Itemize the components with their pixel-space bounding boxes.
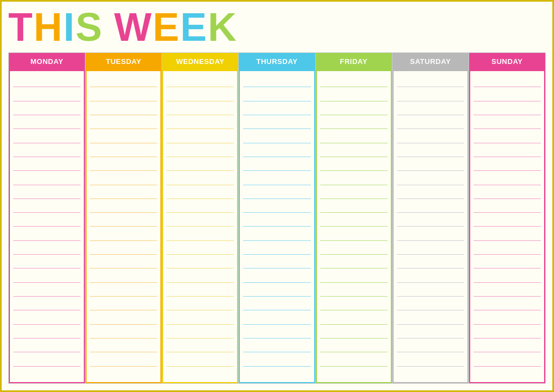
- line-item: [320, 199, 388, 213]
- line-item: [320, 367, 388, 380]
- line-item: [90, 101, 157, 115]
- line-item: [13, 325, 80, 339]
- line-item: [474, 199, 541, 213]
- title-letter-w: W: [114, 7, 153, 47]
- line-item: [243, 367, 310, 380]
- line-item: [397, 129, 464, 143]
- day-lines-thursday[interactable]: [239, 70, 315, 383]
- line-item: [13, 129, 80, 143]
- line-item: [13, 87, 80, 101]
- line-item: [13, 227, 80, 240]
- page: THIS WEEK MONDAYTUESDAYWEDNESDAYTHURSDAY…: [2, 2, 552, 390]
- day-column-friday: FRIDAY: [316, 53, 392, 383]
- line-item: [90, 157, 157, 171]
- day-header-tuesday: TUESDAY: [85, 53, 162, 70]
- day-lines-tuesday[interactable]: [85, 70, 162, 383]
- line-item: [13, 297, 80, 310]
- line-item: [243, 227, 310, 240]
- day-lines-wednesday[interactable]: [162, 70, 238, 383]
- line-item: [474, 339, 541, 352]
- line-item: [90, 339, 157, 352]
- line-item: [243, 241, 310, 255]
- line-item: [320, 310, 388, 324]
- line-item: [90, 143, 157, 157]
- line-item: [90, 87, 157, 101]
- line-item: [397, 310, 464, 324]
- day-lines-friday[interactable]: [316, 70, 392, 383]
- line-item: [397, 283, 464, 297]
- line-item: [474, 73, 541, 87]
- line-item: [166, 143, 234, 157]
- line-item: [90, 227, 157, 240]
- day-column-wednesday: WEDNESDAY: [162, 53, 239, 383]
- day-column-monday: MONDAY: [9, 53, 85, 383]
- line-item: [166, 199, 234, 213]
- line-item: [397, 297, 464, 310]
- line-item: [13, 352, 80, 366]
- line-item: [166, 269, 234, 282]
- line-item: [13, 310, 80, 324]
- line-item: [13, 199, 80, 213]
- line-item: [474, 241, 541, 255]
- line-item: [13, 101, 80, 115]
- line-item: [320, 143, 388, 157]
- day-lines-saturday[interactable]: [392, 70, 469, 383]
- line-item: [320, 157, 388, 171]
- day-lines-monday[interactable]: [9, 70, 85, 383]
- line-item: [13, 283, 80, 297]
- line-item: [243, 213, 310, 227]
- line-item: [397, 241, 464, 255]
- line-item: [166, 73, 234, 87]
- line-item: [474, 87, 541, 101]
- line-item: [243, 115, 310, 129]
- line-item: [243, 157, 310, 171]
- line-item: [166, 185, 234, 199]
- line-item: [474, 297, 541, 310]
- line-item: [90, 73, 157, 87]
- line-item: [90, 310, 157, 324]
- line-item: [166, 310, 234, 324]
- line-item: [320, 129, 388, 143]
- line-item: [243, 269, 310, 282]
- line-item: [166, 325, 234, 339]
- line-item: [13, 115, 80, 129]
- line-item: [166, 129, 234, 143]
- line-item: [90, 352, 157, 366]
- line-item: [13, 73, 80, 87]
- line-item: [90, 325, 157, 339]
- line-item: [474, 213, 541, 227]
- line-item: [474, 255, 541, 269]
- line-item: [320, 227, 388, 240]
- line-item: [243, 87, 310, 101]
- line-item: [90, 241, 157, 255]
- line-item: [243, 310, 310, 324]
- line-item: [474, 129, 541, 143]
- title-letter-e2: E: [180, 7, 208, 47]
- line-item: [243, 297, 310, 310]
- line-item: [320, 269, 388, 282]
- day-column-saturday: SATURDAY: [392, 53, 469, 383]
- day-header-thursday: THURSDAY: [239, 53, 315, 70]
- line-item: [166, 241, 234, 255]
- line-item: [243, 185, 310, 199]
- line-item: [397, 325, 464, 339]
- line-item: [166, 101, 234, 115]
- line-item: [397, 199, 464, 213]
- line-item: [474, 115, 541, 129]
- title-letter-s: S: [76, 7, 103, 47]
- line-item: [243, 283, 310, 297]
- line-item: [13, 339, 80, 352]
- line-item: [13, 367, 80, 380]
- line-item: [397, 87, 464, 101]
- line-item: [320, 171, 388, 185]
- line-item: [166, 283, 234, 297]
- line-item: [474, 227, 541, 240]
- line-item: [243, 325, 310, 339]
- day-lines-sunday[interactable]: [469, 70, 545, 383]
- line-item: [397, 352, 464, 366]
- line-item: [474, 325, 541, 339]
- line-item: [90, 115, 157, 129]
- line-item: [166, 213, 234, 227]
- line-item: [90, 171, 157, 185]
- line-item: [474, 157, 541, 171]
